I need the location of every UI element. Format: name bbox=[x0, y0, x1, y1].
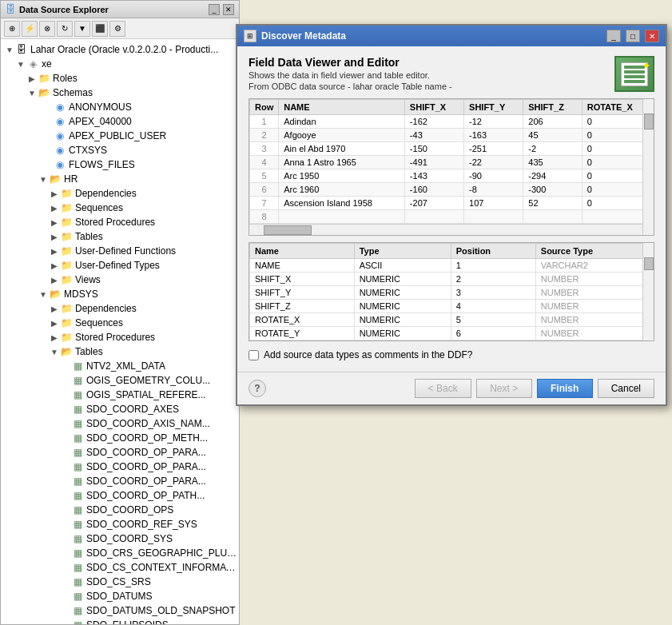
ds-icon: 🗄 bbox=[6, 3, 16, 15]
tree-item-hr-deps[interactable]: ▶ 📁 Dependencies bbox=[1, 186, 239, 201]
expand-schemas[interactable]: ▼ bbox=[26, 87, 38, 98]
data-vscroll[interactable] bbox=[642, 99, 654, 235]
tree-item-hr-seq[interactable]: ▶ 📁 Sequences bbox=[1, 201, 239, 215]
finish-button[interactable]: Finish bbox=[537, 379, 593, 398]
expand-hr[interactable]: ▼ bbox=[38, 173, 49, 185]
tree-item-mdsys-tables[interactable]: ▼ 📂 Tables bbox=[1, 344, 239, 359]
expand-mdsys-sp[interactable]: ▶ bbox=[49, 332, 60, 343]
fcol-position: Position bbox=[451, 244, 535, 259]
tree-item-t19[interactable]: ▦ SDO_ELLIPSOIDS bbox=[1, 618, 239, 624]
tree-item-mdsys[interactable]: ▼ 📂 MDSYS bbox=[1, 287, 239, 301]
data-hscroll-thumb[interactable] bbox=[264, 225, 312, 235]
tree-item-hr-sp[interactable]: ▶ 📁 Stored Procedures bbox=[1, 215, 239, 229]
tree-item-t10[interactable]: ▦ SDO_COORD_OP_PATH... bbox=[1, 488, 239, 503]
table-icon-t2: ▦ bbox=[71, 374, 84, 387]
tree-item-t17[interactable]: ▦ SDO_DATUMS bbox=[1, 589, 239, 603]
refresh-btn[interactable]: ↻ bbox=[57, 21, 73, 37]
next-button[interactable]: Next > bbox=[476, 379, 532, 398]
tree-item-flows[interactable]: ◉ FLOWS_FILES bbox=[1, 157, 239, 172]
field-viewer-subtitle1: Shows the data in field viewer and table… bbox=[249, 70, 452, 80]
expand-mdsys-seq[interactable]: ▶ bbox=[49, 317, 60, 328]
expand-hr-udf[interactable]: ▶ bbox=[49, 245, 60, 257]
dialog-minimize-btn[interactable]: _ bbox=[606, 30, 621, 42]
tree-item-anon[interactable]: ◉ ANONYMOUS bbox=[1, 100, 239, 114]
tree-item-hr-udf[interactable]: ▶ 📁 User-Defined Functions bbox=[1, 244, 239, 258]
tree-item-t8[interactable]: ▦ SDO_COORD_OP_PARA... bbox=[1, 460, 239, 474]
tree-item-mdsys-sp[interactable]: ▶ 📁 Stored Procedures bbox=[1, 330, 239, 344]
tree-item-t1[interactable]: ▦ NTV2_XML_DATA bbox=[1, 359, 239, 373]
tree-item-mdsys-deps[interactable]: ▶ 📁 Dependencies bbox=[1, 301, 239, 316]
tree-item-t13[interactable]: ▦ SDO_COORD_SYS bbox=[1, 531, 239, 546]
tree-item-schemas[interactable]: ▼ 📂 Schemas bbox=[1, 86, 239, 100]
tree-item-xe[interactable]: ▼ ◈ xe bbox=[1, 57, 239, 71]
tree-label-t6: SDO_COORD_OP_METH... bbox=[86, 432, 208, 444]
back-button[interactable]: < Back bbox=[415, 379, 471, 398]
help-button[interactable]: ? bbox=[249, 380, 266, 397]
tree-item-ctxsys[interactable]: ◉ CTXSYS bbox=[1, 143, 239, 157]
expand-hr-deps[interactable]: ▶ bbox=[49, 188, 60, 199]
tree-item-t5[interactable]: ▦ SDO_COORD_AXIS_NAM... bbox=[1, 416, 239, 431]
folder-mdsys-sp-icon: 📁 bbox=[60, 331, 73, 344]
tree-item-hr-udt[interactable]: ▶ 📁 User-Defined Types bbox=[1, 258, 239, 273]
filter-btn[interactable]: ▼ bbox=[74, 21, 90, 37]
expand-hr-tables[interactable]: ▶ bbox=[49, 231, 60, 242]
tree-item-t9[interactable]: ▦ SDO_COORD_OP_PARA... bbox=[1, 474, 239, 488]
tree-label-apex-pub: APEX_PUBLIC_USER bbox=[69, 130, 166, 141]
tree-item-t11[interactable]: ▦ SDO_COORD_OPS bbox=[1, 503, 239, 517]
ds-minimize-btn[interactable]: _ bbox=[209, 4, 220, 15]
tree-item-t4[interactable]: ▦ SDO_COORD_AXES bbox=[1, 402, 239, 416]
tree-item-t12[interactable]: ▦ SDO_COORD_REF_SYS bbox=[1, 517, 239, 531]
tree-item-t16[interactable]: ▦ SDO_CS_SRS bbox=[1, 575, 239, 589]
dialog-maximize-btn[interactable]: □ bbox=[626, 30, 640, 42]
schema-item-icon4: ◉ bbox=[54, 144, 66, 157]
expand-mdsys-deps[interactable]: ▶ bbox=[49, 303, 60, 314]
table-icon-t7: ▦ bbox=[71, 446, 84, 459]
expand-hr-seq[interactable]: ▶ bbox=[49, 202, 60, 213]
new-connection-btn[interactable]: ⊕ bbox=[4, 21, 20, 37]
dialog-close-btn[interactable]: ✕ bbox=[645, 30, 659, 42]
tree-item-apex-pub[interactable]: ◉ APEX_PUBLIC_USER bbox=[1, 129, 239, 143]
tree-item-t3[interactable]: ▦ OGIS_SPATIAL_REFERE... bbox=[1, 388, 239, 402]
fields-scroll-thumb[interactable] bbox=[644, 257, 654, 270]
fields-table-row: SHIFT_ZNUMERIC4NUMBER bbox=[250, 300, 654, 313]
expand-roles[interactable]: ▶ bbox=[26, 73, 38, 84]
disconnect-btn[interactable]: ⊗ bbox=[39, 21, 55, 37]
expand-hr-udt[interactable]: ▶ bbox=[49, 260, 60, 271]
expand-xe[interactable]: ▼ bbox=[15, 58, 26, 70]
settings-btn[interactable]: ⚙ bbox=[109, 21, 125, 37]
tree-item-t7[interactable]: ▦ SDO_COORD_OP_PARA... bbox=[1, 445, 239, 460]
tree-item-root[interactable]: ▼ 🗄 Lahar Oracle (Oracle v.0.2.0.2.0 - P… bbox=[1, 42, 239, 57]
tree-item-apex[interactable]: ◉ APEX_040000 bbox=[1, 114, 239, 129]
data-cell: Ain el Abd 1970 bbox=[279, 142, 405, 156]
expand-hr-views[interactable]: ▶ bbox=[49, 274, 60, 285]
tree-item-t18[interactable]: ▦ SDO_DATUMS_OLD_SNAPSHOT bbox=[1, 603, 239, 618]
folder-hr-tables-icon: 📁 bbox=[60, 230, 73, 243]
expand-hr-sp[interactable]: ▶ bbox=[49, 217, 60, 228]
data-hscroll[interactable] bbox=[249, 224, 654, 235]
fcol-name: Name bbox=[250, 244, 355, 259]
expand-mdsys-tables[interactable]: ▼ bbox=[49, 346, 60, 357]
tree-item-t15[interactable]: ▦ SDO_CS_CONTEXT_INFORMATION bbox=[1, 560, 239, 575]
tree-item-roles[interactable]: ▶ 📁 Roles bbox=[1, 71, 239, 86]
tree-item-hr[interactable]: ▼ 📂 HR bbox=[1, 172, 239, 186]
collapse-btn[interactable]: ⬛ bbox=[92, 21, 108, 37]
tree-item-hr-tables[interactable]: ▶ 📁 Tables bbox=[1, 229, 239, 244]
checkbox-label[interactable]: Add source data types as comments in the… bbox=[264, 349, 472, 360]
tree-item-hr-views[interactable]: ▶ 📁 Views bbox=[1, 273, 239, 287]
tree-label-t11: SDO_COORD_OPS bbox=[86, 504, 173, 516]
table-icon-t13: ▦ bbox=[71, 532, 84, 545]
tree-label-hr-seq: Sequences bbox=[75, 202, 123, 213]
tree-item-t2[interactable]: ▦ OGIS_GEOMETRY_COLU... bbox=[1, 373, 239, 388]
fields-cell: 2 bbox=[451, 273, 535, 286]
tree-item-t6[interactable]: ▦ SDO_COORD_OP_METH... bbox=[1, 431, 239, 445]
tree-item-mdsys-seq[interactable]: ▶ 📁 Sequences bbox=[1, 316, 239, 330]
data-scroll-thumb[interactable] bbox=[644, 113, 654, 129]
connect-btn[interactable]: ⚡ bbox=[22, 21, 38, 37]
tree-item-t14[interactable]: ▦ SDO_CRS_GEOGRAPHIC_PLUS_HEIGHT bbox=[1, 546, 239, 560]
expand-mdsys[interactable]: ▼ bbox=[38, 289, 49, 300]
fields-vscroll[interactable] bbox=[642, 243, 654, 340]
add-source-types-checkbox[interactable] bbox=[249, 350, 259, 360]
cancel-button[interactable]: Cancel bbox=[598, 379, 654, 398]
expand-root[interactable]: ▼ bbox=[4, 44, 15, 55]
ds-close-btn[interactable]: ✕ bbox=[223, 4, 234, 15]
